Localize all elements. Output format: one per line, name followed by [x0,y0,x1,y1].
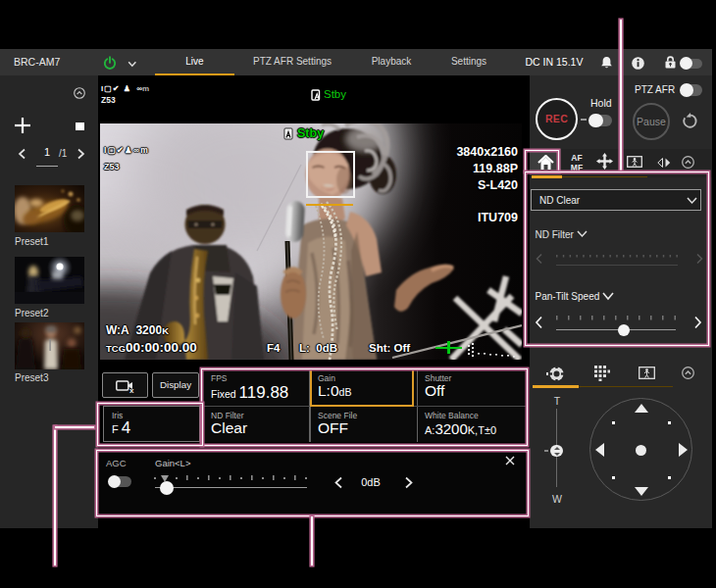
svg-text:x: x [129,386,134,394]
